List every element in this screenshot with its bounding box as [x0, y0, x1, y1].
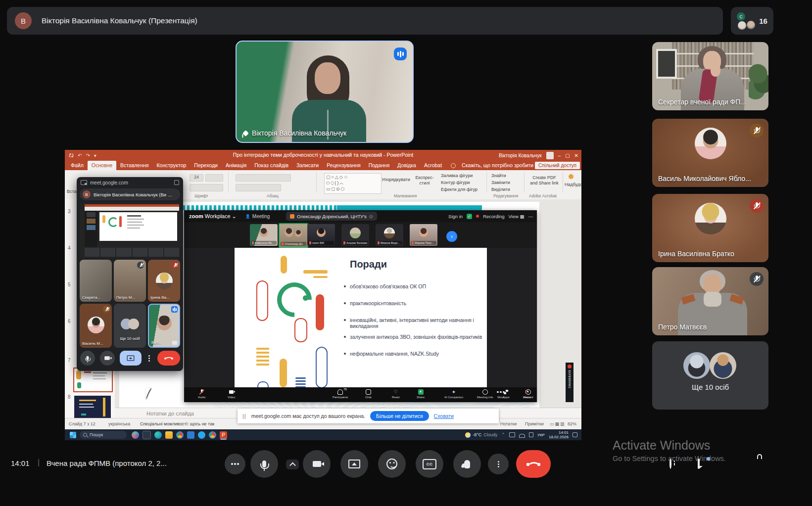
raise-hand-button[interactable]: [453, 450, 481, 478]
select-button[interactable]: Виділити: [491, 187, 510, 192]
display-icon[interactable]: [509, 432, 515, 437]
tab-slideshow[interactable]: Показ слайдів: [250, 161, 292, 170]
edge-icon[interactable]: [154, 431, 162, 439]
view-buttons[interactable]: ▭▦▥: [550, 421, 566, 426]
zoom-meeting-info-button[interactable]: Meeting info: [477, 389, 493, 399]
participant-tile-iryna[interactable]: Ірина Василівна Братко: [652, 194, 768, 262]
participant-tile-vasyl[interactable]: Василь Миколайович Ябло...: [652, 119, 768, 187]
pip-tile[interactable]: Петро М...: [114, 260, 146, 302]
pip-tile[interactable]: Ірина Ва...: [148, 260, 180, 302]
file-explorer-icon[interactable]: [165, 431, 173, 439]
tab-acrobat[interactable]: Acrobat: [420, 161, 446, 170]
view-button[interactable]: View ▦: [508, 214, 524, 219]
stop-sharing-button[interactable]: Більше не ділитися: [370, 411, 429, 421]
camera-options-chevron[interactable]: [286, 460, 299, 469]
mic-button[interactable]: [250, 450, 278, 478]
next-participants-arrow[interactable]: ›: [446, 231, 457, 242]
shapes-gallery[interactable]: ▢○△◇☆⬭⬯()⌒▭◻⊙⬡: [324, 173, 382, 194]
presenter-video-tile[interactable]: Вікторія Василівна Ковальчук: [236, 41, 414, 143]
copilot-icon[interactable]: [132, 431, 139, 439]
chat-button[interactable]: [698, 460, 700, 468]
zoom-share-button[interactable]: Share: [417, 389, 425, 399]
weather-widget[interactable]: -8°C Cloudy: [465, 432, 497, 438]
reactions-button[interactable]: [378, 450, 406, 478]
zoom-react-button[interactable]: ♡React: [392, 389, 400, 399]
zoom-active-speaker-tile[interactable]: Олександр Доренський ...: [279, 223, 308, 248]
pause-icon[interactable]: ||: [242, 413, 246, 419]
arrange-button[interactable]: Упорядкувати: [382, 177, 410, 182]
replace-button[interactable]: Замінити: [491, 180, 510, 185]
slide-thumbnail-7-selected[interactable]: [73, 368, 113, 392]
notifications-icon[interactable]: [573, 432, 577, 437]
zoom-participant-tile[interactable]: Микола Федоренко: [376, 224, 403, 246]
align-buttons[interactable]: [236, 184, 281, 191]
participant-tile-petro[interactable]: Петро Матвєєв: [652, 267, 768, 335]
pip-self-tile[interactable]: Вікт...: [148, 304, 180, 348]
language-label[interactable]: українська: [108, 421, 130, 426]
accessibility-label[interactable]: Спеціальні можливості: щось не так: [140, 421, 214, 426]
participant-tile-secretary[interactable]: Секретар вченої ради ФП...: [652, 42, 768, 110]
slide-thumbnail-8[interactable]: [74, 396, 111, 418]
zoom-chat-button[interactable]: Chat: [365, 389, 372, 399]
tray-chevron-icon[interactable]: ⌃: [501, 432, 505, 437]
pip-present-button-active[interactable]: [120, 351, 142, 366]
minimize-icon[interactable]: –: [558, 153, 561, 158]
tab-animations[interactable]: Анімація: [222, 161, 250, 170]
tab-view[interactable]: Подання: [365, 161, 393, 170]
create-pdf-button[interactable]: Create PDF and Share link: [529, 175, 560, 186]
chrome-icon[interactable]: [176, 431, 184, 439]
more-options-button[interactable]: [225, 454, 245, 474]
zoom-participant-tile[interactable]: Ковальчук Вікторія Ва...: [250, 224, 278, 246]
wifi-icon[interactable]: [519, 434, 525, 438]
sign-in-button[interactable]: Sign in: [448, 214, 463, 219]
quick-styles-button[interactable]: Експрес-стилі: [412, 175, 437, 186]
expand-icon[interactable]: [172, 341, 177, 345]
more-icon[interactable]: ⊙: [369, 214, 373, 219]
task-view-icon[interactable]: [143, 431, 151, 439]
zoom-video-button[interactable]: Video: [228, 389, 235, 399]
shape-effects-button[interactable]: Ефекти для фігур: [441, 187, 478, 192]
close-icon[interactable]: ✕: [574, 153, 578, 158]
font-style-buttons[interactable]: [205, 174, 223, 182]
tell-me-box[interactable]: Скажіть, що потрібно зробити: [458, 161, 537, 170]
tab-help[interactable]: Довідка: [393, 161, 420, 170]
pip-tile[interactable]: Секрета...: [80, 260, 112, 302]
zoom-meeting-tab[interactable]: 👤Meeting: [245, 214, 270, 219]
list-buttons[interactable]: [236, 174, 291, 182]
zoom-participant-tile[interactable]: zoom 500: [307, 224, 335, 246]
chrome-icon[interactable]: [209, 431, 216, 439]
zoom-participants-button[interactable]: 75Participants: [333, 389, 348, 399]
pip-mic-button[interactable]: [80, 351, 95, 366]
tab-design[interactable]: Конструктор: [152, 161, 190, 170]
addins-button[interactable]: Надбудови: [565, 182, 581, 187]
pip-camera-button[interactable]: [100, 351, 115, 366]
pip-tile[interactable]: Василь М...: [80, 304, 112, 348]
zoom-audio-button[interactable]: Audio: [198, 389, 205, 399]
present-button[interactable]: [340, 450, 368, 478]
font-effects-buttons[interactable]: [190, 184, 223, 191]
taskbar-search[interactable]: Пошук: [80, 431, 127, 439]
restore-icon[interactable]: ▢: [565, 153, 570, 158]
powerpoint-icon-active[interactable]: P: [220, 431, 227, 439]
start-button[interactable]: [70, 432, 76, 438]
pip-tile-others[interactable]: Ще 10 осіб: [114, 304, 146, 348]
zoom-meeting-title-tab[interactable]: Олександр Доренський, ЦНТУ's ⊙: [286, 212, 377, 221]
kebab-menu-button[interactable]: [488, 454, 509, 474]
notes-toggle[interactable]: Нотатки: [500, 421, 517, 426]
language-switch[interactable]: УКР: [537, 433, 545, 437]
tab-record[interactable]: Записати: [292, 161, 323, 170]
battery-icon[interactable]: [529, 432, 533, 437]
participants-button[interactable]: C 16: [731, 7, 773, 35]
tab-home[interactable]: Основне: [88, 161, 116, 170]
tab-transitions[interactable]: Переходи: [190, 161, 222, 170]
shape-outline-button[interactable]: Контур фігури: [441, 180, 470, 185]
zoom-participant-tile[interactable]: Марина Патрачкова: [410, 224, 437, 246]
tab-insert[interactable]: Вставлення: [116, 161, 152, 170]
zoom-more-button[interactable]: More: [497, 389, 504, 399]
pip-end-call-button[interactable]: [157, 351, 180, 366]
hide-link[interactable]: Сховати: [434, 413, 454, 419]
expand-icon[interactable]: [174, 180, 179, 185]
font-size-box[interactable]: 24: [190, 174, 203, 182]
tab-file[interactable]: Файл: [67, 161, 88, 170]
tab-review[interactable]: Рецензування: [323, 161, 364, 170]
